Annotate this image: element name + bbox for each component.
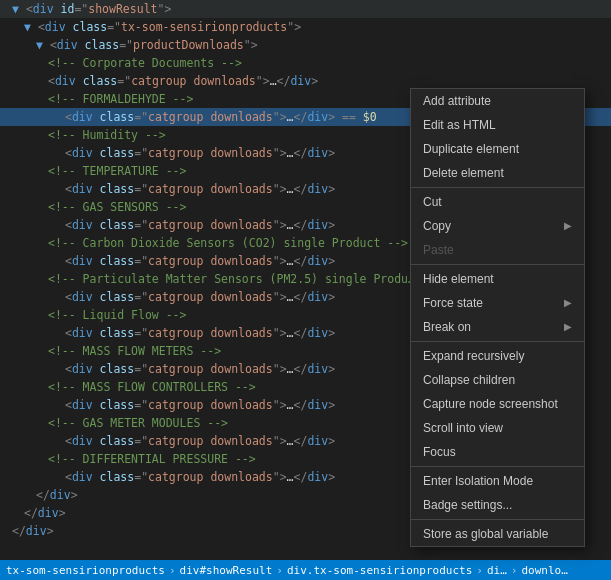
menu-divider bbox=[411, 519, 584, 520]
menu-item-duplicate-element[interactable]: Duplicate element bbox=[411, 137, 584, 161]
breadcrumb-separator: › bbox=[476, 564, 483, 577]
menu-item-hide-element[interactable]: Hide element bbox=[411, 267, 584, 291]
menu-divider bbox=[411, 264, 584, 265]
menu-item-expand-recursively[interactable]: Expand recursively bbox=[411, 344, 584, 368]
menu-item-delete-element[interactable]: Delete element bbox=[411, 161, 584, 185]
menu-item-add-attribute[interactable]: Add attribute bbox=[411, 89, 584, 113]
menu-divider bbox=[411, 341, 584, 342]
dom-line[interactable]: ▼ <div class="productDownloads"> bbox=[0, 36, 611, 54]
menu-divider bbox=[411, 466, 584, 467]
menu-label-break-on: Break on bbox=[423, 315, 471, 339]
menu-item-copy[interactable]: Copy▶ bbox=[411, 214, 584, 238]
menu-label-copy: Copy bbox=[423, 214, 451, 238]
menu-label-edit-as-html: Edit as HTML bbox=[423, 113, 496, 137]
breadcrumb-separator: › bbox=[511, 564, 518, 577]
menu-item-badge-settings[interactable]: Badge settings... bbox=[411, 493, 584, 517]
menu-item-store-as-global[interactable]: Store as global variable bbox=[411, 522, 584, 546]
menu-label-capture-screenshot: Capture node screenshot bbox=[423, 392, 558, 416]
menu-label-hide-element: Hide element bbox=[423, 267, 494, 291]
menu-label-badge-settings: Badge settings... bbox=[423, 493, 512, 517]
menu-label-collapse-children: Collapse children bbox=[423, 368, 515, 392]
menu-label-store-as-global: Store as global variable bbox=[423, 522, 548, 546]
menu-divider bbox=[411, 187, 584, 188]
breadcrumb-bc-divcatgroup[interactable]: di… bbox=[487, 564, 507, 577]
menu-arrow-break-on: ▶ bbox=[564, 315, 572, 339]
menu-item-break-on[interactable]: Break on▶ bbox=[411, 315, 584, 339]
dom-line[interactable]: ▼ <div id="showResult"> bbox=[0, 0, 611, 18]
menu-item-scroll-into-view[interactable]: Scroll into view bbox=[411, 416, 584, 440]
dom-line[interactable]: ▼ <div class="tx-som-sensirionproducts"> bbox=[0, 18, 611, 36]
breadcrumb-separator: › bbox=[276, 564, 283, 577]
dom-line[interactable]: <!-- Corporate Documents --> bbox=[0, 54, 611, 72]
menu-label-cut: Cut bbox=[423, 190, 442, 214]
menu-arrow-force-state: ▶ bbox=[564, 291, 572, 315]
menu-item-cut[interactable]: Cut bbox=[411, 190, 584, 214]
menu-label-focus: Focus bbox=[423, 440, 456, 464]
menu-item-capture-screenshot[interactable]: Capture node screenshot bbox=[411, 392, 584, 416]
menu-item-collapse-children[interactable]: Collapse children bbox=[411, 368, 584, 392]
breadcrumb-separator: › bbox=[169, 564, 176, 577]
menu-label-duplicate-element: Duplicate element bbox=[423, 137, 519, 161]
menu-item-edit-as-html[interactable]: Edit as HTML bbox=[411, 113, 584, 137]
menu-label-expand-recursively: Expand recursively bbox=[423, 344, 524, 368]
breadcrumb-bc-txsom[interactable]: tx-som-sensirionproducts bbox=[6, 564, 165, 577]
menu-label-force-state: Force state bbox=[423, 291, 483, 315]
menu-label-delete-element: Delete element bbox=[423, 161, 504, 185]
context-menu: Add attributeEdit as HTMLDuplicate eleme… bbox=[410, 88, 585, 547]
menu-label-enter-isolation-mode: Enter Isolation Mode bbox=[423, 469, 533, 493]
breadcrumb-bc-download[interactable]: downlo… bbox=[521, 564, 567, 577]
menu-item-focus[interactable]: Focus bbox=[411, 440, 584, 464]
menu-item-enter-isolation-mode[interactable]: Enter Isolation Mode bbox=[411, 469, 584, 493]
breadcrumb-bc-divtxsom[interactable]: div.tx-som-sensirionproducts bbox=[287, 564, 472, 577]
menu-label-scroll-into-view: Scroll into view bbox=[423, 416, 503, 440]
breadcrumb-bc-showresult[interactable]: div#showResult bbox=[180, 564, 273, 577]
menu-item-paste: Paste bbox=[411, 238, 584, 262]
menu-label-add-attribute: Add attribute bbox=[423, 89, 491, 113]
menu-label-paste: Paste bbox=[423, 238, 454, 262]
breadcrumb-bar: tx-som-sensirionproducts›div#showResult›… bbox=[0, 560, 611, 580]
menu-item-force-state[interactable]: Force state▶ bbox=[411, 291, 584, 315]
menu-arrow-copy: ▶ bbox=[564, 214, 572, 238]
